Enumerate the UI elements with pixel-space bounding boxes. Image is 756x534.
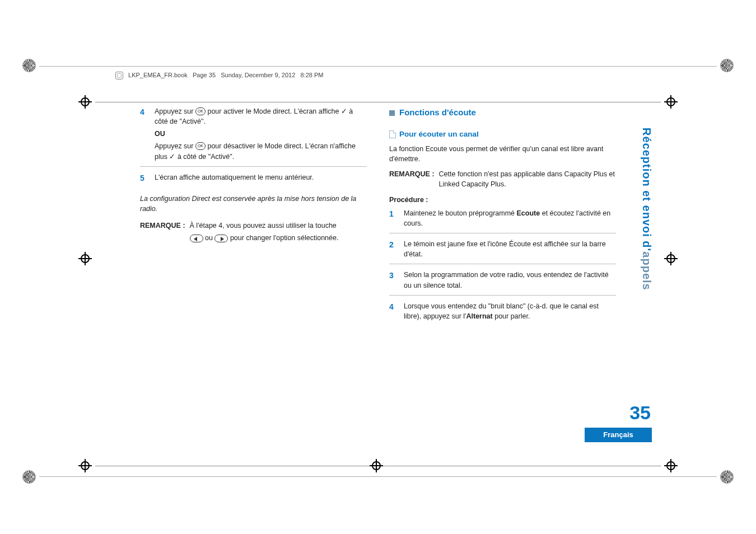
square-bullet-icon bbox=[389, 110, 395, 116]
page-number: 35 bbox=[629, 402, 651, 424]
step-body: Maintenez le bouton préprogrammé Ecoute … bbox=[404, 208, 616, 228]
ok-button-icon: OK bbox=[195, 142, 206, 150]
intro-text: La fonction Ecoute vous permet de vérifi… bbox=[389, 144, 616, 164]
step-number: 1 bbox=[389, 208, 397, 228]
heading-sub-text: Pour écouter un canal bbox=[399, 130, 479, 138]
crosshair-bc bbox=[370, 459, 383, 472]
reg-mark-tl bbox=[22, 59, 36, 72]
remark-label: REMARQUE : bbox=[389, 169, 435, 189]
text: ou bbox=[205, 234, 214, 242]
header-date: Sunday, December 9, 2012 bbox=[221, 72, 295, 78]
config-note: La configuration Direct est conservée ap… bbox=[140, 195, 356, 213]
page-icon bbox=[389, 130, 396, 138]
step-4: 4 Appuyez sur OK pour activer le Mode di… bbox=[140, 106, 367, 167]
procedure-label: Procédure : bbox=[389, 195, 616, 205]
step-body: Selon la programmation de votre radio, v… bbox=[404, 270, 616, 290]
language-bar: Français bbox=[585, 428, 652, 442]
rule-top bbox=[39, 66, 717, 67]
reg-mark-br bbox=[720, 470, 734, 484]
text: Appuyez sur bbox=[155, 142, 195, 150]
left-arrow-icon bbox=[190, 235, 203, 242]
ok-button-icon: OK bbox=[195, 107, 206, 115]
content: 4 Appuyez sur OK pour activer le Mode di… bbox=[140, 106, 616, 444]
header-time: 8:28 PM bbox=[300, 72, 323, 78]
text: pour parler. bbox=[493, 312, 530, 320]
heading-main: Fonctions d'écoute bbox=[389, 106, 616, 119]
step-number: 2 bbox=[389, 239, 397, 259]
step-body: Le témoin est jaune fixe et l'icône Écou… bbox=[404, 239, 616, 259]
check-icon: ✓ bbox=[169, 153, 175, 161]
proc-step-2: 2 Le témoin est jaune fixe et l'icône Éc… bbox=[389, 239, 616, 264]
text: pour changer l'option sélectionnée. bbox=[230, 234, 339, 242]
proc-step-3: 3 Selon la programmation de votre radio,… bbox=[389, 270, 616, 295]
rule-top-inner bbox=[95, 102, 661, 102]
header-filename: LKP_EMEA_FR.book bbox=[128, 72, 188, 78]
sidebar-text-a: Réception et envoi d' bbox=[641, 128, 653, 251]
proc-step-1: 1 Maintenez le bouton préprogrammé Ecout… bbox=[389, 208, 616, 233]
crosshair-mr bbox=[664, 252, 678, 265]
crosshair-tr bbox=[664, 95, 678, 109]
sidebar-text-b: appels bbox=[641, 251, 653, 290]
remark-text: Cette fonction n'est pas applicable dans… bbox=[439, 169, 616, 189]
step-number: 4 bbox=[140, 106, 148, 162]
check-icon: ✓ bbox=[341, 107, 347, 115]
sidebar-title: Réception et envoi d'appels bbox=[640, 128, 654, 309]
remark-label: REMARQUE : bbox=[140, 221, 185, 243]
crosshair-br bbox=[664, 459, 678, 472]
crosshair-tl bbox=[78, 95, 92, 109]
step-body: Appuyez sur OK pour activer le Mode dire… bbox=[155, 106, 367, 162]
right-arrow-icon bbox=[214, 235, 228, 242]
crosshair-bl bbox=[78, 459, 92, 472]
reg-mark-bl bbox=[22, 470, 36, 484]
step-body: L'écran affiche automatiquement le menu … bbox=[155, 172, 367, 184]
proc-step-4: 4 Lorsque vous entendez du "bruit blanc"… bbox=[389, 301, 616, 326]
heading-main-text: Fonctions d'écoute bbox=[399, 107, 476, 117]
step-body: Lorsque vous entendez du "bruit blanc" (… bbox=[404, 301, 616, 321]
left-column: 4 Appuyez sur OK pour activer le Mode di… bbox=[140, 106, 367, 444]
bold-term: Ecoute bbox=[517, 209, 540, 217]
right-column: Fonctions d'écoute Pour écouter un canal… bbox=[389, 106, 616, 444]
text: pour activer le Mode direct. L'écran aff… bbox=[207, 107, 340, 115]
header-pageinfo: Page 35 bbox=[193, 72, 216, 78]
remark-body: À l'étape 4, vous pouvez aussi utiliser … bbox=[190, 221, 339, 243]
remark-block: REMARQUE : Cette fonction n'est pas appl… bbox=[389, 169, 616, 189]
text: à côté de "Activé". bbox=[178, 153, 234, 161]
remark-line1: À l'étape 4, vous pouvez aussi utiliser … bbox=[190, 221, 339, 231]
step-number: 5 bbox=[140, 172, 148, 184]
bold-term: Alternat bbox=[466, 312, 492, 320]
text: Maintenez le bouton préprogrammé bbox=[404, 209, 517, 217]
reg-mark-tr bbox=[720, 59, 734, 72]
or-label: OU bbox=[155, 130, 165, 138]
step-5: 5 L'écran affiche automatiquement le men… bbox=[140, 172, 367, 188]
book-icon bbox=[115, 72, 123, 79]
crosshair-ml bbox=[78, 252, 92, 265]
rule-bottom bbox=[39, 476, 717, 477]
text: Appuyez sur bbox=[155, 107, 195, 115]
step-number: 3 bbox=[389, 270, 397, 290]
remark-block: REMARQUE : À l'étape 4, vous pouvez auss… bbox=[140, 221, 367, 243]
step-number: 4 bbox=[389, 301, 397, 321]
page-header: LKP_EMEA_FR.book Page 35 Sunday, Decembe… bbox=[115, 72, 323, 79]
heading-sub: Pour écouter un canal bbox=[389, 129, 616, 140]
